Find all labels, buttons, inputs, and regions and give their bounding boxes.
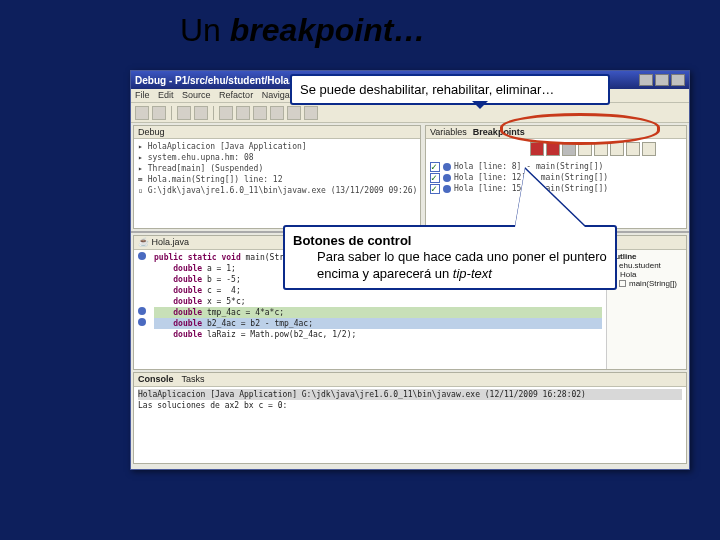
slide-title: Un breakpoint…: [180, 12, 425, 49]
menu-item[interactable]: Refactor: [219, 90, 253, 100]
minimize-button[interactable]: [639, 74, 653, 86]
remove-breakpoint-icon[interactable]: [530, 142, 544, 156]
checkbox-icon[interactable]: [430, 184, 440, 194]
title-plain: Un: [180, 12, 230, 48]
maximize-button[interactable]: [655, 74, 669, 86]
debug-tab[interactable]: Debug: [134, 126, 420, 139]
checkbox-icon[interactable]: [430, 162, 440, 172]
debug-pane: Debug ▸ HolaAplicacion [Java Application…: [133, 125, 421, 229]
outline-item[interactable]: ehu.student: [609, 261, 684, 270]
breakpoints-toolbar: [530, 140, 680, 158]
tab-console[interactable]: Console: [138, 374, 174, 385]
outline-item[interactable]: main(String[]): [609, 279, 684, 288]
expand-all-icon[interactable]: [610, 142, 624, 156]
skip-all-icon[interactable]: [594, 142, 608, 156]
step-return-icon[interactable]: [304, 106, 318, 120]
link-with-view-icon[interactable]: [642, 142, 656, 156]
step-over-icon[interactable]: [287, 106, 301, 120]
callout-bottom: Botones de control Para saber lo que hac…: [283, 225, 617, 290]
console-pane: Console Tasks HolaAplicacion [Java Appli…: [133, 372, 687, 464]
suspend-icon[interactable]: [236, 106, 250, 120]
breakpoint-marker-icon[interactable]: [138, 307, 146, 315]
breakpoint-marker-icon[interactable]: [138, 252, 146, 260]
main-toolbar: [131, 103, 689, 123]
title-emph: breakpoint…: [230, 12, 426, 48]
resume-icon[interactable]: [219, 106, 233, 120]
remove-all-breakpoints-icon[interactable]: [546, 142, 560, 156]
new-icon[interactable]: [135, 106, 149, 120]
code-line: double laRaiz = Math.pow(b2_4ac, 1/2);: [154, 329, 602, 340]
tree-row[interactable]: ≡ Hola.main(String[]) line: 12: [138, 174, 416, 185]
callout-bottom-body: Para saber lo que hace cada uno poner el…: [293, 249, 607, 282]
tree-row[interactable]: ▸ system.ehu.upna.hm: 08: [138, 152, 416, 163]
callout-top: Se puede deshabilitar, rehabilitar, elim…: [290, 74, 610, 105]
tree-row[interactable]: ▸ HolaAplicacion [Java Application]: [138, 141, 416, 152]
code-line-current: double tmp_4ac = 4*a*c;: [154, 307, 602, 318]
outline-item[interactable]: +Hola: [609, 270, 684, 279]
step-into-icon[interactable]: [270, 106, 284, 120]
callout-bottom-title: Botones de control: [293, 233, 607, 249]
code-line: double x = 5*c;: [154, 296, 602, 307]
tab-tasks[interactable]: Tasks: [182, 374, 205, 385]
outline-title: Outline: [609, 252, 684, 261]
breakpoint-dot-icon: [443, 174, 451, 182]
terminate-icon[interactable]: [253, 106, 267, 120]
menu-item[interactable]: Edit: [158, 90, 174, 100]
tree-row[interactable]: ▫ G:\jdk\java\jre1.6.0_11\bin\javaw.exe …: [138, 185, 416, 196]
pane-tabs: Variables Breakpoints: [426, 126, 686, 139]
menu-item[interactable]: Source: [182, 90, 211, 100]
save-icon[interactable]: [152, 106, 166, 120]
debug-tree[interactable]: ▸ HolaAplicacion [Java Application] ▸ sy…: [134, 139, 420, 198]
show-breakpoints-icon[interactable]: [562, 142, 576, 156]
breakpoint-marker-icon[interactable]: [138, 318, 146, 326]
method-icon: [619, 280, 626, 287]
run-icon[interactable]: [194, 106, 208, 120]
close-button[interactable]: [671, 74, 685, 86]
console-line: Las soluciones de ax2 bx c = 0:: [138, 400, 682, 411]
console-header: HolaAplicacion [Java Application] G:\jdk…: [138, 389, 682, 400]
breakpoint-dot-icon: [443, 185, 451, 193]
tree-row[interactable]: ▸ Thread[main] (Suspended): [138, 163, 416, 174]
tab-variables[interactable]: Variables: [430, 127, 467, 137]
tab-breakpoints[interactable]: Breakpoints: [473, 127, 525, 137]
goto-file-icon[interactable]: [578, 142, 592, 156]
outline-pane[interactable]: Outline ehu.student +Hola main(String[]): [606, 250, 686, 369]
console-output[interactable]: HolaAplicacion [Java Application] G:\jdk…: [134, 387, 686, 413]
collapse-all-icon[interactable]: [626, 142, 640, 156]
checkbox-icon[interactable]: [430, 173, 440, 183]
breakpoint-dot-icon: [443, 163, 451, 171]
code-line-selected: double b2_4ac = b2 - tmp_4ac;: [154, 318, 602, 329]
upper-panes: Debug ▸ HolaAplicacion [Java Application…: [131, 123, 689, 233]
debug-icon[interactable]: [177, 106, 191, 120]
menu-item[interactable]: File: [135, 90, 150, 100]
